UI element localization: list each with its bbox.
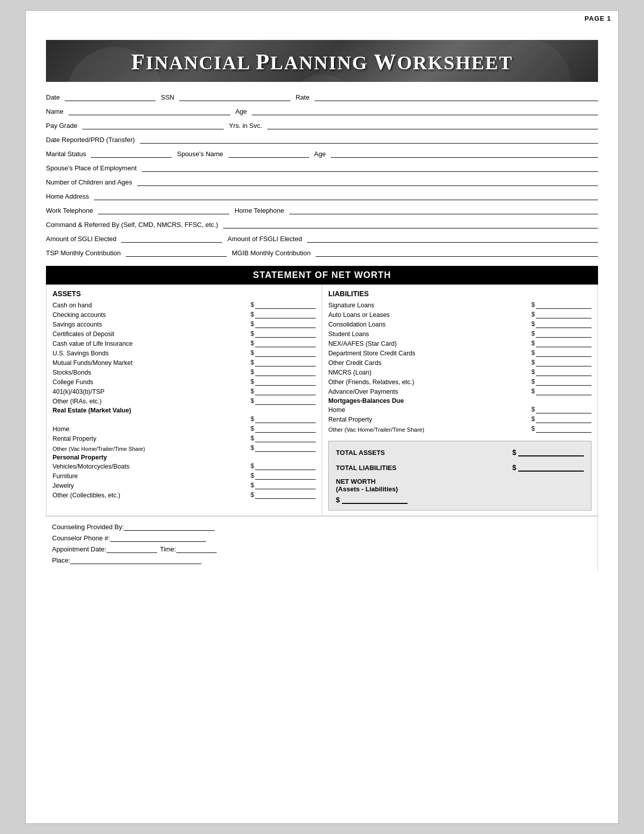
employment-field[interactable] <box>142 163 598 172</box>
liability-input[interactable] <box>536 425 591 433</box>
asset-input[interactable] <box>255 481 316 489</box>
rate-field[interactable] <box>315 92 598 101</box>
net-worth-sublabel: (Assets - Liabilities) <box>336 485 584 493</box>
asset-label: Cash value of Life Insurance <box>53 340 251 347</box>
liability-dollar-field: $ <box>531 349 591 357</box>
age-field[interactable] <box>252 106 598 115</box>
net-worth-row: NET WORTH (Assets - Liabilities) $ <box>336 478 584 504</box>
counselor-phone-input[interactable] <box>110 534 206 542</box>
command-field[interactable] <box>223 219 598 228</box>
asset-dollar-field: $ <box>251 415 316 423</box>
asset-label: Cash on hand <box>53 302 251 309</box>
asset-input[interactable] <box>255 434 316 442</box>
liability-dollar-field: $ <box>531 415 591 423</box>
list-item: Department Store Credit Cards $ <box>328 349 591 357</box>
address-field[interactable] <box>94 191 598 200</box>
asset-input[interactable] <box>255 387 316 395</box>
asset-input[interactable] <box>255 330 316 338</box>
spouses-name-field[interactable] <box>228 149 309 158</box>
asset-input[interactable] <box>255 462 316 470</box>
asset-label: Other (Vac Home/Trailer/Time Share) <box>53 446 251 452</box>
bottom-section: Counseling Provided By: Counselor Phone … <box>46 516 598 571</box>
place-input[interactable] <box>70 556 202 564</box>
counseling-provided-label: Counseling Provided By: <box>52 523 124 531</box>
tsp-field[interactable] <box>126 248 227 257</box>
ssn-field[interactable] <box>179 92 290 101</box>
fsgli-field[interactable] <box>307 234 598 243</box>
asset-input[interactable] <box>255 320 316 328</box>
date-reported-label: Date Reported/PRD (Transfer) <box>46 136 135 144</box>
liability-input[interactable] <box>536 320 591 328</box>
liability-input[interactable] <box>536 405 591 413</box>
asset-dollar-field: $ <box>251 301 316 309</box>
sgli-field[interactable] <box>121 234 222 243</box>
liability-input[interactable] <box>536 310 591 318</box>
age2-field[interactable] <box>331 149 598 158</box>
asset-input[interactable] <box>255 358 316 366</box>
paygrade-field[interactable] <box>82 120 224 129</box>
asset-label: Mutual Funds/Money Market <box>53 359 251 366</box>
asset-input[interactable] <box>255 310 316 318</box>
liability-input[interactable] <box>536 387 591 395</box>
time-input[interactable] <box>176 545 217 553</box>
liability-input[interactable] <box>536 339 591 347</box>
asset-input[interactable] <box>255 339 316 347</box>
net-worth-input[interactable] <box>342 495 408 504</box>
list-item: Other (Collectibles, etc.) $ <box>53 491 316 499</box>
liability-dollar-field: $ <box>531 378 591 386</box>
date-field[interactable] <box>65 92 156 101</box>
yrs-label: Yrs. in Svc. <box>229 122 262 129</box>
liability-input[interactable] <box>536 358 591 366</box>
paygrade-label: Pay Grade <box>46 122 77 129</box>
net-worth-label: NET WORTH <box>336 478 584 485</box>
work-tel-label: Work Telephone <box>46 207 93 214</box>
asset-input[interactable] <box>255 425 316 433</box>
asset-input[interactable] <box>255 301 316 309</box>
liability-label: Rental Property <box>328 416 531 423</box>
name-label: Name <box>46 108 64 115</box>
liability-label: Advance/Over Payments <box>328 388 531 395</box>
liability-input[interactable] <box>536 378 591 386</box>
counseling-provided-row: Counseling Provided By: <box>52 522 591 531</box>
asset-input[interactable] <box>255 349 316 357</box>
command-label: Command & Referred By (Self, CMD, NMCRS,… <box>46 221 218 228</box>
total-assets-label: TOTAL ASSETS <box>336 449 512 456</box>
name-field[interactable] <box>69 106 230 115</box>
yrs-field[interactable] <box>267 120 598 129</box>
liability-input[interactable] <box>536 301 591 309</box>
appointment-input[interactable] <box>107 545 157 553</box>
counseling-section: Counseling Provided By: Counselor Phone … <box>46 516 598 571</box>
asset-dollar-field: $ <box>251 358 316 366</box>
liability-label: Department Store Credit Cards <box>328 350 531 357</box>
asset-input[interactable] <box>255 444 316 452</box>
marital-field[interactable] <box>91 149 172 158</box>
list-item: Student Loans $ <box>328 330 591 338</box>
asset-input[interactable] <box>255 415 316 423</box>
children-field[interactable] <box>137 177 598 186</box>
rate-label: Rate <box>295 94 309 101</box>
list-item: Mutual Funds/Money Market $ <box>53 358 316 366</box>
total-assets-input[interactable] <box>518 447 584 456</box>
liability-input[interactable] <box>536 330 591 338</box>
counseling-provided-input[interactable] <box>124 523 215 531</box>
liability-input[interactable] <box>536 349 591 357</box>
dollar-sign: $ <box>512 464 516 472</box>
liability-input[interactable] <box>536 368 591 376</box>
asset-dollar-field: $ <box>251 339 316 347</box>
asset-input[interactable] <box>255 397 316 405</box>
home-tel-field[interactable] <box>289 205 598 214</box>
asset-input[interactable] <box>255 491 316 499</box>
date-row: Date SSN Rate <box>46 92 598 101</box>
work-tel-field[interactable] <box>98 205 229 214</box>
age-label: Age <box>235 108 247 115</box>
total-liabilities-input[interactable] <box>518 462 584 472</box>
asset-input[interactable] <box>255 378 316 386</box>
liability-label: Signature Loans <box>328 302 531 309</box>
liability-dollar-field: $ <box>531 330 591 338</box>
asset-input[interactable] <box>255 368 316 376</box>
date-reported-field[interactable] <box>140 134 598 144</box>
liability-input[interactable] <box>536 415 591 423</box>
asset-input[interactable] <box>255 472 316 480</box>
list-item: Checking accounts $ <box>53 310 316 318</box>
mgib-field[interactable] <box>316 248 598 257</box>
